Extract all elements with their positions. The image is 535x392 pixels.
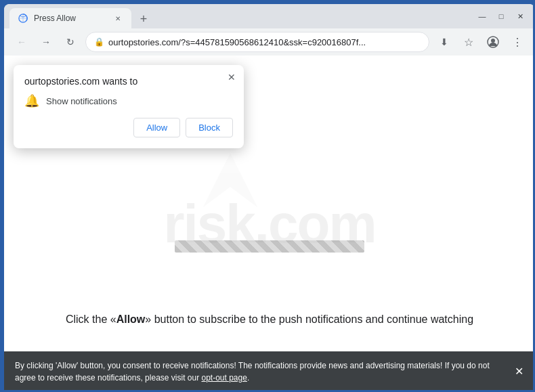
browser-window: Press Allow ✕ + — □ ✕ ← → ↻ 🔒 ourtopstor… — [4, 4, 535, 392]
progress-bar — [175, 240, 364, 253]
arrow-watermark — [190, 139, 271, 221]
notification-popup: ✕ ourtopstories.com wants to 🔔 Show noti… — [14, 65, 244, 148]
tab-area: Press Allow ✕ + — [9, 4, 471, 28]
tab-title: Press Allow — [34, 14, 107, 23]
tab-close-button[interactable]: ✕ — [112, 13, 123, 24]
popup-buttons: Allow Block — [24, 118, 233, 137]
bell-icon: 🔔 — [24, 93, 39, 108]
close-button[interactable]: ✕ — [513, 9, 527, 23]
allow-button[interactable]: Allow — [133, 118, 180, 137]
refresh-button[interactable]: ↻ — [61, 32, 80, 51]
notification-label: Show notifications — [46, 96, 117, 106]
window-controls: — □ ✕ — [475, 9, 530, 23]
url-bar[interactable]: 🔒 ourtopstories.com/?s=44578159056861241… — [85, 32, 429, 52]
menu-icon[interactable]: ⋮ — [508, 32, 527, 51]
maximize-button[interactable]: □ — [494, 9, 508, 23]
title-bar: Press Allow ✕ + — □ ✕ — [4, 4, 535, 28]
opt-out-link[interactable]: opt-out page — [201, 373, 247, 383]
popup-notification-row: 🔔 Show notifications — [24, 93, 233, 108]
svg-point-2 — [491, 39, 495, 43]
main-text: Click the «Allow» button to subscribe to… — [4, 311, 535, 328]
bookmark-icon[interactable]: ☆ — [459, 32, 478, 51]
profile-icon[interactable] — [484, 32, 502, 51]
banner-text-end: . — [247, 373, 249, 383]
address-bar: ← → ↻ 🔒 ourtopstories.com/?s=44578159056… — [4, 28, 535, 56]
back-button[interactable]: ← — [12, 32, 31, 51]
lock-icon: 🔒 — [94, 37, 104, 47]
bottom-banner: By clicking 'Allow' button, you consent … — [4, 351, 535, 392]
block-button[interactable]: Block — [186, 118, 233, 137]
minimize-button[interactable]: — — [475, 9, 489, 23]
new-tab-button[interactable]: + — [134, 9, 153, 28]
popup-close-button[interactable]: ✕ — [225, 70, 238, 84]
banner-close-button[interactable]: ✕ — [511, 364, 527, 380]
banner-text: By clicking 'Allow' button, you consent … — [15, 361, 490, 383]
tab-favicon — [18, 13, 28, 24]
popup-title: ourtopstories.com wants to — [24, 76, 233, 87]
url-text: ourtopstories.com/?s=445781590568612410&… — [108, 37, 421, 47]
webpage: risk.com ✕ ourtopstories.com wants to 🔔 … — [4, 56, 535, 392]
download-icon[interactable]: ⬇ — [435, 32, 454, 51]
forward-button[interactable]: → — [37, 32, 56, 51]
active-tab[interactable]: Press Allow ✕ — [9, 8, 131, 28]
progress-area — [175, 240, 364, 253]
